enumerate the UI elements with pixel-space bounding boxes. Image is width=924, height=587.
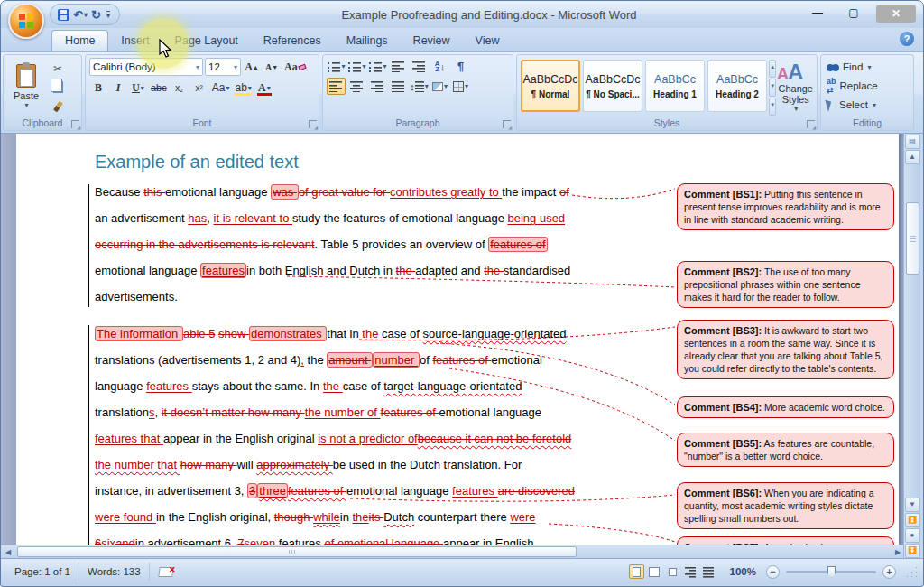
doc-line[interactable]: the number that how many will approximat… xyxy=(95,452,575,478)
text-run[interactable]: language xyxy=(95,379,146,393)
inserted-text-run[interactable]: it is relevant to xyxy=(214,211,292,225)
page-indicator[interactable]: Page: 1 of 1 xyxy=(6,563,79,581)
deleted-text-run[interactable]: of xyxy=(559,185,569,199)
full-screen-reading-view-button[interactable] xyxy=(647,564,662,579)
underline-button[interactable]: U▾ xyxy=(129,79,147,97)
style-heading-1[interactable]: AaBbCcHeading 1 xyxy=(645,60,705,112)
inserted-text-run[interactable]: three xyxy=(257,483,288,498)
resize-grip[interactable] xyxy=(906,566,918,578)
text-run[interactable]: an advertisement xyxy=(95,211,188,225)
text-run[interactable]: in the English original, xyxy=(156,510,274,524)
doc-line[interactable]: occurring in the advertisements is relev… xyxy=(95,231,575,257)
style-heading-2[interactable]: AaBbCcHeading 2 xyxy=(707,60,767,112)
replace-button[interactable]: ab⇄Replace xyxy=(825,78,910,94)
multilevel-list-button[interactable]: ▾ xyxy=(368,58,387,75)
text-run[interactable]: in advertisement 6, xyxy=(135,536,237,545)
close-button[interactable]: ✕ xyxy=(876,5,916,23)
text-run[interactable]: that in xyxy=(327,327,362,340)
deleted-text-run[interactable]: it doesn’t matter how many xyxy=(162,405,305,419)
vertical-scrollbar[interactable]: ▤ ▲ ▼ ⏫ ● ⏬ xyxy=(903,134,920,558)
tab-mailings[interactable]: Mailings xyxy=(334,31,401,51)
customize-qat-button[interactable]: ▾ xyxy=(106,11,111,19)
doc-line[interactable]: emotional language featuresin both Engli… xyxy=(95,257,575,284)
scroll-up-arrow[interactable]: ▲ xyxy=(905,150,920,164)
doc-line[interactable]: translations (advertisements 1, 2 and 4)… xyxy=(95,347,575,373)
justify-button[interactable] xyxy=(389,78,408,95)
inserted-text-run[interactable]: six xyxy=(101,536,116,545)
text-run[interactable]: features xyxy=(279,536,325,545)
text-run[interactable]: standardised xyxy=(504,264,570,277)
comment-balloon-bs6[interactable]: Comment [BS6]: When you are indicating a… xyxy=(677,482,894,529)
font-color-button[interactable]: A▾ xyxy=(255,79,273,97)
clear-formatting-button[interactable]: Aa xyxy=(282,58,308,76)
doc-line[interactable]: advertisements. xyxy=(95,284,575,310)
zoom-slider[interactable] xyxy=(786,571,876,573)
subscript-button[interactable]: x₂ xyxy=(171,79,189,97)
text-run[interactable]: the xyxy=(304,353,327,367)
text-run[interactable]: Dutch xyxy=(383,510,414,524)
text-run[interactable]: emotional language xyxy=(346,484,452,498)
doc-line[interactable]: 6sixandin advertisement 6, 7seven featur… xyxy=(95,530,575,545)
text-run[interactable]: of xyxy=(420,353,432,367)
style--no-spaci-[interactable]: AaBbCcDc¶ No Spaci... xyxy=(583,60,642,112)
comment-balloon-bs4[interactable]: Comment [BS4]: More academic word choice… xyxy=(677,396,894,418)
highlight-color-button[interactable]: ab▾ xyxy=(233,79,253,97)
italic-button[interactable]: I xyxy=(109,79,127,97)
text-run[interactable]: emotional language xyxy=(165,185,271,199)
clipboard-dialog-launcher[interactable] xyxy=(71,120,79,128)
text-run[interactable]: stays about the same. In xyxy=(192,379,323,393)
numbering-button[interactable]: ▾ xyxy=(347,58,366,75)
inserted-text-run[interactable]: features xyxy=(200,263,246,278)
styles-scroll-down[interactable]: ▼ xyxy=(769,79,776,97)
doc-line[interactable]: an advertisement has, it is relevant to … xyxy=(95,205,575,231)
deleted-text-run[interactable]: features of xyxy=(381,405,439,419)
comment-balloon-bs3[interactable]: Comment [BS3]: It is awkward to start tw… xyxy=(677,320,894,379)
scroll-left-arrow[interactable]: ◀ xyxy=(1,546,15,558)
find-button[interactable]: Find▾ xyxy=(825,59,910,75)
save-button[interactable] xyxy=(58,9,69,21)
change-styles-button[interactable]: A Change Styles ▾ xyxy=(778,58,813,116)
text-run[interactable]: in both English and Dutch in xyxy=(246,264,396,277)
tab-references[interactable]: References xyxy=(251,31,334,51)
align-right-button[interactable] xyxy=(368,78,387,95)
deleted-text-run[interactable]: occurring in the advertisements is relev… xyxy=(95,238,315,251)
draft-view-button[interactable] xyxy=(701,564,716,579)
deleted-text-run[interactable]: 3 xyxy=(247,483,257,498)
inserted-text-run[interactable]: the number that xyxy=(95,458,180,471)
deleted-text-run[interactable]: features of xyxy=(288,484,346,498)
deleted-text-run[interactable]: the xyxy=(396,264,416,277)
help-icon[interactable]: ? xyxy=(900,32,914,46)
comment-balloon-bs5[interactable]: Comment [BS5]: As features are countable… xyxy=(677,433,894,467)
text-run[interactable]: will xyxy=(237,458,257,471)
inserted-text-run[interactable]: number xyxy=(373,352,420,368)
next-page-button[interactable]: ⏬ xyxy=(905,544,920,558)
document-text[interactable]: Because this emotional language was of g… xyxy=(95,179,575,545)
shrink-font-button[interactable]: A▼ xyxy=(263,58,281,76)
text-run[interactable]: advertisements. xyxy=(95,290,178,303)
inserted-text-run[interactable]: the number of xyxy=(305,405,381,419)
text-run[interactable]: , xyxy=(207,211,213,225)
borders-button[interactable]: ▾ xyxy=(451,78,470,95)
shading-button[interactable]: ▾ xyxy=(430,78,449,95)
inserted-text-run[interactable]: demonstrates xyxy=(249,326,327,341)
deleted-text-run[interactable]: of emotional language xyxy=(324,536,443,545)
format-painter-button[interactable] xyxy=(48,98,68,116)
inserted-text-run[interactable]: features xyxy=(146,379,192,393)
doc-line[interactable]: were found in the English original, thou… xyxy=(95,504,575,530)
horizontal-scrollbar[interactable]: ◀ ▶ xyxy=(1,545,905,558)
paste-button[interactable]: Paste ▾ xyxy=(7,58,45,116)
text-run[interactable]: source-language-orientated xyxy=(423,327,567,340)
text-run[interactable]: adapted and xyxy=(415,264,484,277)
text-run[interactable]: emotional language xyxy=(439,405,541,419)
deleted-text-run[interactable]: of great value for xyxy=(299,185,390,199)
deleted-text-run[interactable]: show xyxy=(218,327,249,340)
bold-button[interactable]: B xyxy=(89,79,107,97)
deleted-text-run[interactable]: features of xyxy=(488,237,547,252)
align-center-button[interactable] xyxy=(347,78,366,95)
deleted-text-run[interactable]: able 5 xyxy=(183,327,215,340)
maximize-button[interactable]: ▢ xyxy=(840,5,867,22)
strikethrough-button[interactable]: abc xyxy=(149,79,169,97)
inserted-text-run[interactable]: the xyxy=(362,327,382,340)
horizontal-scroll-thumb[interactable] xyxy=(17,546,577,557)
comment-balloon-bs1[interactable]: Comment [BS1]: Putting this sentence in … xyxy=(677,183,894,230)
